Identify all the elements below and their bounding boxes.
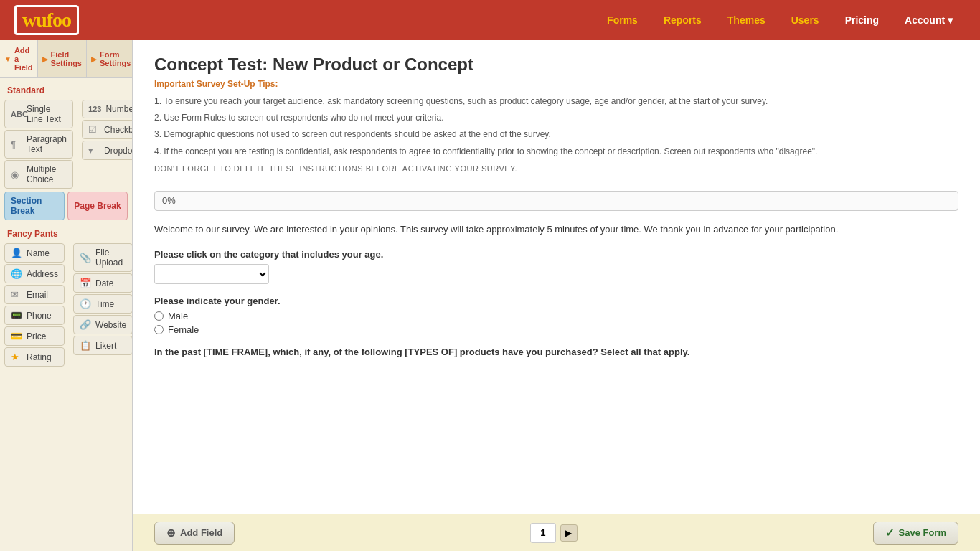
standard-fields-left: ABC Single Line Text ¶ Paragraph Text ◉ … xyxy=(0,98,77,190)
tab-add-label: Add a Field xyxy=(14,46,33,72)
field-section-break[interactable]: Section Break xyxy=(4,192,65,220)
gender-female-radio[interactable] xyxy=(154,325,164,334)
page-next-button[interactable]: ▶ xyxy=(560,524,578,542)
nav-account[interactable]: Account ▾ xyxy=(892,0,966,40)
tab-arrow-add: ▼ xyxy=(4,55,11,63)
tab-field-label: Field Settings xyxy=(51,50,82,67)
website-icon: 🔗 xyxy=(80,319,91,330)
field-single-line[interactable]: ABC Single Line Text xyxy=(4,100,73,128)
field-likert[interactable]: 📋 Likert xyxy=(73,336,133,355)
email-icon: ✉ xyxy=(11,289,22,300)
field-date[interactable]: 📅 Date xyxy=(73,273,133,293)
paragraph-icon: ¶ xyxy=(11,139,22,150)
tip-4: 4. If the concept you are testing is con… xyxy=(154,145,958,159)
tab-form-label: Form Settings xyxy=(100,50,131,67)
gender-male-label: Male xyxy=(168,311,188,321)
field-file-upload[interactable]: 📎 File Upload xyxy=(73,243,133,272)
section-break-label: Section Break xyxy=(11,196,58,216)
tip-1: 1. To ensure you reach your target audie… xyxy=(154,95,958,108)
gender-section: Please indicate your gender. Male Female xyxy=(154,296,958,335)
nav-themes[interactable]: Themes xyxy=(715,0,778,40)
tab-arrow-form: ▶ xyxy=(91,55,97,63)
field-paragraph[interactable]: ¶ Paragraph Text xyxy=(4,130,73,159)
address-icon: 🌐 xyxy=(11,268,22,279)
gender-male: Male xyxy=(154,311,958,321)
single-line-label: Single Line Text xyxy=(27,104,67,124)
sidebar: ▼ Add a Field ▶ Field Settings ▶ Form Se… xyxy=(0,40,133,551)
field-website[interactable]: 🔗 Website xyxy=(73,315,133,334)
nav-forms[interactable]: Forms xyxy=(594,0,651,40)
save-icon: ✓ xyxy=(885,527,895,540)
add-field-button[interactable]: ⊕ Add Field xyxy=(154,522,235,545)
nav-users[interactable]: Users xyxy=(778,0,832,40)
standard-section-label: Standard xyxy=(0,78,132,98)
header: wufoo Forms Reports Themes Users Pricing… xyxy=(0,0,980,40)
field-page-break[interactable]: Page Break xyxy=(67,192,128,220)
field-address[interactable]: 🌐 Address xyxy=(4,264,65,283)
multiple-choice-label: Multiple Choice xyxy=(27,164,67,184)
tip-2: 2. Use Form Rules to screen out responde… xyxy=(154,111,958,125)
q1-label: Please click on the category that includ… xyxy=(154,249,958,260)
gender-male-radio[interactable] xyxy=(154,311,164,321)
field-multiple-choice[interactable]: ◉ Multiple Choice xyxy=(4,160,73,189)
rating-label: Rating xyxy=(27,352,52,362)
survey-intro: Welcome to our survey. We are interested… xyxy=(154,222,958,237)
page-number-input[interactable] xyxy=(530,523,556,543)
break-row: Section Break Page Break xyxy=(0,190,132,222)
field-phone[interactable]: 📟 Phone xyxy=(4,306,65,325)
nav-pricing[interactable]: Pricing xyxy=(832,0,892,40)
q3-label: In the past [TIME FRAME], which, if any,… xyxy=(154,347,958,357)
field-number[interactable]: 123 Number xyxy=(82,100,133,118)
save-form-button[interactable]: ✓ Save Form xyxy=(873,522,958,545)
age-dropdown[interactable]: Under 18 18-24 25-34 35-44 45-54 55-64 6… xyxy=(154,264,269,284)
field-price[interactable]: 💳 Price xyxy=(4,326,65,346)
phone-label: Phone xyxy=(27,311,52,321)
nav-reports[interactable]: Reports xyxy=(651,0,715,40)
logo-text: wufoo xyxy=(22,9,71,31)
progress-label: 0% xyxy=(162,195,176,206)
dropdown-label: Dropdown xyxy=(104,146,133,156)
add-field-icon: ⊕ xyxy=(166,527,176,540)
main-wrapper: ▼ Add a Field ▶ Field Settings ▶ Form Se… xyxy=(0,40,980,551)
date-icon: 📅 xyxy=(80,278,91,288)
dropdown-icon: ▾ xyxy=(88,145,100,156)
file-upload-icon: 📎 xyxy=(80,253,91,263)
tab-form-settings[interactable]: ▶ Form Settings xyxy=(87,40,133,77)
file-upload-label: File Upload xyxy=(95,248,126,268)
gender-female: Female xyxy=(154,324,958,335)
field-checkboxes[interactable]: ☑ Checkboxes xyxy=(82,120,133,139)
tab-field-settings[interactable]: ▶ Field Settings xyxy=(38,40,87,77)
sidebar-tabs: ▼ Add a Field ▶ Field Settings ▶ Form Se… xyxy=(0,40,132,78)
email-label: Email xyxy=(27,290,48,300)
field-dropdown[interactable]: ▾ Dropdown xyxy=(82,141,133,160)
field-name[interactable]: 👤 Name xyxy=(4,243,65,263)
add-field-label: Add Field xyxy=(180,527,222,538)
logo[interactable]: wufoo xyxy=(14,5,79,35)
field-rating[interactable]: ★ Rating xyxy=(4,347,65,367)
save-label: Save Form xyxy=(899,527,946,538)
paragraph-label: Paragraph Text xyxy=(27,134,67,154)
tips-label: Important Survey Set-Up Tips: xyxy=(154,79,958,89)
field-time[interactable]: 🕐 Time xyxy=(73,294,133,314)
fancy-fields-right: 📎 File Upload 📅 Date 🕐 Time 🔗 Website 📋 xyxy=(69,242,133,368)
number-icon: 123 xyxy=(88,105,101,113)
checkboxes-icon: ☑ xyxy=(88,124,100,135)
field-email[interactable]: ✉ Email xyxy=(4,285,65,304)
bottom-bar-left: ⊕ Add Field xyxy=(154,522,235,545)
tab-add-field[interactable]: ▼ Add a Field xyxy=(0,40,38,77)
gender-female-label: Female xyxy=(168,324,199,335)
time-icon: 🕐 xyxy=(80,298,91,309)
standard-fields-row: ABC Single Line Text ¶ Paragraph Text ◉ … xyxy=(0,98,132,190)
name-icon: 👤 xyxy=(11,248,22,258)
form-content: Concept Test: New Product or Concept Imp… xyxy=(133,40,980,551)
bottom-bar: ⊕ Add Field ▶ ✓ Save Form xyxy=(133,514,980,551)
q2-label: Please indicate your gender. xyxy=(154,296,958,306)
fancy-fields-row: 👤 Name 🌐 Address ✉ Email 📟 Phone 💳 xyxy=(0,242,132,368)
progress-bar: 0% xyxy=(154,191,958,211)
fancy-section-label: Fancy Pants xyxy=(0,222,132,242)
number-label: Number xyxy=(105,104,133,114)
phone-icon: 📟 xyxy=(11,310,22,321)
tab-arrow-field: ▶ xyxy=(42,55,48,63)
page-break-label: Page Break xyxy=(74,201,121,211)
rating-icon: ★ xyxy=(11,352,22,362)
